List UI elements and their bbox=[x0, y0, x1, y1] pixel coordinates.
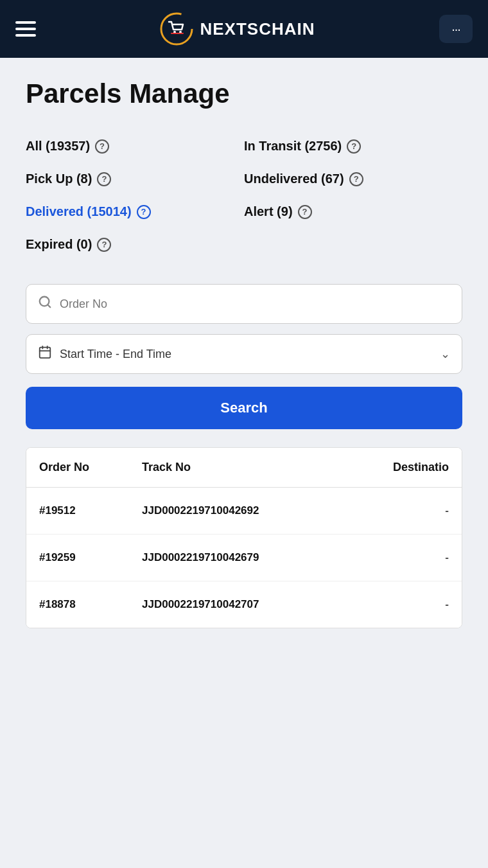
stat-undelivered[interactable]: Undelivered (67) ? bbox=[244, 163, 462, 195]
stat-expired[interactable]: Expired (0) ? bbox=[26, 228, 244, 261]
page-title: Parcels Manage bbox=[26, 78, 462, 109]
stat-in-transit-label: In Transit (2756) bbox=[244, 139, 342, 154]
stat-delivered-help-icon[interactable]: ? bbox=[137, 205, 151, 219]
cell-track-no: JJD0002219710042707 bbox=[142, 598, 309, 611]
stat-expired-label: Expired (0) bbox=[26, 237, 92, 252]
stat-expired-help-icon[interactable]: ? bbox=[97, 238, 111, 252]
app-header: NEXTSCHAIN ··· bbox=[0, 0, 488, 58]
search-icon bbox=[38, 295, 52, 313]
logo: NEXTSCHAIN bbox=[160, 12, 315, 46]
cell-order-no: #18878 bbox=[39, 598, 142, 611]
stat-alert-label: Alert (9) bbox=[244, 204, 293, 219]
cell-destination: - bbox=[309, 504, 449, 517]
cell-track-no: JJD0002219710042679 bbox=[142, 551, 309, 564]
stat-all-label: All (19357) bbox=[26, 139, 90, 154]
cell-order-no: #19259 bbox=[39, 551, 142, 564]
stat-all-help-icon[interactable]: ? bbox=[95, 139, 109, 154]
stat-delivered[interactable]: Delivered (15014) ? bbox=[26, 195, 244, 228]
cell-destination: - bbox=[309, 598, 449, 611]
main-content: Parcels Manage All (19357) ? In Transit … bbox=[0, 58, 488, 649]
col-destination: Destinatio bbox=[309, 461, 449, 474]
chevron-down-icon: ⌄ bbox=[440, 347, 450, 361]
date-range-picker[interactable]: Start Time - End Time ⌄ bbox=[26, 334, 462, 374]
col-order-no: Order No bbox=[39, 461, 142, 474]
calendar-icon bbox=[38, 345, 52, 363]
cell-destination: - bbox=[309, 551, 449, 564]
table-row[interactable]: #19259 JJD0002219710042679 - bbox=[26, 535, 462, 581]
chat-button[interactable]: ··· bbox=[439, 15, 473, 43]
col-track-no: Track No bbox=[142, 461, 309, 474]
search-button[interactable]: Search bbox=[26, 387, 462, 429]
stat-alert[interactable]: Alert (9) ? bbox=[244, 195, 462, 228]
stat-pickup[interactable]: Pick Up (8) ? bbox=[26, 163, 244, 195]
search-area: Start Time - End Time ⌄ Search bbox=[26, 284, 462, 429]
logo-icon bbox=[160, 12, 193, 46]
svg-line-4 bbox=[48, 305, 50, 307]
table-header: Order No Track No Destinatio bbox=[26, 448, 462, 488]
svg-rect-5 bbox=[40, 348, 51, 359]
stat-alert-help-icon[interactable]: ? bbox=[298, 205, 312, 219]
stat-in-transit-help-icon[interactable]: ? bbox=[347, 139, 361, 154]
stat-pickup-label: Pick Up (8) bbox=[26, 172, 92, 186]
parcels-table: Order No Track No Destinatio #19512 JJD0… bbox=[26, 447, 462, 628]
stat-pickup-help-icon[interactable]: ? bbox=[97, 172, 111, 186]
chat-dots-icon: ··· bbox=[451, 22, 460, 37]
cell-order-no: #19512 bbox=[39, 504, 142, 517]
logo-text: NEXTSCHAIN bbox=[200, 19, 315, 39]
hamburger-menu[interactable] bbox=[15, 21, 36, 37]
table-row[interactable]: #19512 JJD0002219710042692 - bbox=[26, 488, 462, 535]
stat-all[interactable]: All (19357) ? bbox=[26, 130, 244, 163]
order-search-wrapper bbox=[26, 284, 462, 324]
cell-track-no: JJD0002219710042692 bbox=[142, 504, 309, 517]
stat-undelivered-help-icon[interactable]: ? bbox=[349, 172, 363, 186]
stat-undelivered-label: Undelivered (67) bbox=[244, 172, 344, 186]
date-range-text: Start Time - End Time bbox=[60, 348, 440, 361]
stats-grid: All (19357) ? In Transit (2756) ? Pick U… bbox=[26, 130, 462, 261]
stat-delivered-label: Delivered (15014) bbox=[26, 204, 132, 219]
order-no-input[interactable] bbox=[60, 297, 450, 311]
table-row[interactable]: #18878 JJD0002219710042707 - bbox=[26, 581, 462, 628]
stat-in-transit[interactable]: In Transit (2756) ? bbox=[244, 130, 462, 163]
